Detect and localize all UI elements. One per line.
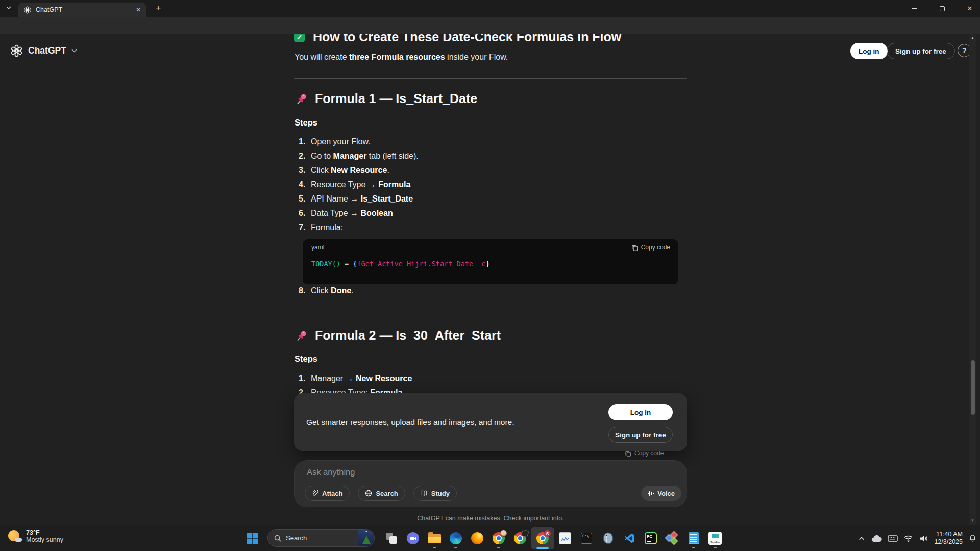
login-overlay: Get smarter responses, upload files and … xyxy=(294,393,687,451)
list-item: 5.API Name → Is_Start_Date xyxy=(299,192,419,206)
wifi-icon[interactable] xyxy=(903,534,913,542)
divider xyxy=(294,78,687,79)
task-manager-icon xyxy=(559,532,571,544)
onedrive-icon[interactable] xyxy=(871,535,882,542)
search-button[interactable]: Search xyxy=(358,486,405,501)
book-icon xyxy=(421,490,428,497)
copy-code-button[interactable]: Copy code xyxy=(631,244,670,251)
hidden-icons-chevron[interactable] xyxy=(858,535,865,541)
vscode-icon xyxy=(623,532,635,544)
scrollbar-thumb[interactable] xyxy=(971,360,975,415)
start-button[interactable] xyxy=(247,532,259,544)
taskpro-icon: TaskPro xyxy=(708,532,722,545)
notification-bell-icon[interactable] xyxy=(968,534,977,543)
code-language-label: yaml xyxy=(311,244,324,251)
paperclip-icon xyxy=(312,490,318,497)
composer-input[interactable]: Ask anything xyxy=(307,467,355,477)
tray-date: 12/3/2025 xyxy=(934,538,963,546)
taskbar-clock[interactable]: 11:40 AM 12/3/2025 xyxy=(934,531,963,546)
message-composer[interactable]: Ask anything Attach Search Study Voice xyxy=(294,460,687,507)
taskbar-item-navicat[interactable] xyxy=(662,527,683,549)
scrollbar-down-arrow[interactable]: ▼ xyxy=(969,518,976,523)
taskbar-item-postgresql[interactable] xyxy=(597,527,619,549)
list-item: 3.Click New Resource. xyxy=(299,163,419,178)
taskbar-item-task-view[interactable] xyxy=(381,527,402,549)
file-explorer-icon xyxy=(428,534,441,543)
formula2-heading: Formula 2 — Is_30_After_Start xyxy=(295,328,501,343)
search-label: Search xyxy=(286,534,358,542)
globe-icon xyxy=(365,490,372,497)
signup-button[interactable]: Sign up for free xyxy=(887,43,955,59)
task-view-icon xyxy=(386,533,397,544)
tab-close-icon[interactable]: ✕ xyxy=(136,6,141,13)
window-maximize-button[interactable] xyxy=(932,0,952,17)
taskbar-item-chrome-profile-2[interactable] xyxy=(509,527,531,549)
brand-name: ChatGPT xyxy=(28,45,66,56)
formula1-steps-list: 1.Open your Flow.2.Go to Manager tab (le… xyxy=(299,135,419,235)
running-indicator xyxy=(714,547,717,548)
chatgpt-favicon-icon xyxy=(23,6,31,14)
attach-button[interactable]: Attach xyxy=(305,486,350,501)
running-indicator xyxy=(692,547,695,548)
chrome-icon xyxy=(514,532,526,544)
list-item: 1.Open your Flow. xyxy=(299,135,419,149)
overlay-login-button[interactable]: Log in xyxy=(608,404,673,420)
overlay-message: Get smarter responses, upload files and … xyxy=(306,418,514,427)
windows-logo-icon xyxy=(247,532,259,544)
taskbar-item-terminal[interactable]: C:\_ xyxy=(576,527,597,549)
taskbar-item-chrome-active[interactable]: S xyxy=(531,527,554,549)
article-intro: You will create three Formula resources … xyxy=(295,53,508,62)
taskbar-item-notepad-plus-plus[interactable] xyxy=(683,527,704,549)
chatgpt-brand[interactable]: ChatGPT xyxy=(10,44,77,57)
voice-button[interactable]: Voice xyxy=(641,486,681,501)
list-item: 4.Resource Type → Formula xyxy=(299,178,419,192)
list-item: 6.Data Type → Boolean xyxy=(299,206,419,220)
tray-time: 11:40 AM xyxy=(934,531,963,538)
taskbar-search-box[interactable]: Search xyxy=(267,529,375,547)
formula1-heading: Formula 1 — Is_Start_Date xyxy=(295,91,477,106)
taskbar-item-taskpro[interactable]: TaskPro xyxy=(704,527,726,549)
taskbar-item-chrome-profile-1[interactable] xyxy=(488,527,509,549)
terminal-icon: C:\_ xyxy=(581,533,592,544)
search-highlight-image xyxy=(358,529,374,547)
page-scrollbar[interactable]: ▲ ▼ xyxy=(969,34,976,525)
new-tab-button[interactable]: + xyxy=(152,2,164,14)
search-icon xyxy=(274,535,281,542)
volume-icon[interactable] xyxy=(919,534,928,543)
window-close-button[interactable]: ✕ xyxy=(960,0,980,17)
taskbar-item-file-explorer[interactable] xyxy=(424,527,445,549)
chatgpt-page: ChatGPT Log in Sign up for free ? ✓ How … xyxy=(0,34,980,525)
taskbar-weather-widget[interactable]: 73°FMostly sunny xyxy=(8,529,63,543)
touch-keyboard-icon[interactable] xyxy=(888,535,898,542)
navicat-icon xyxy=(666,532,679,545)
chatgpt-logo-icon xyxy=(10,44,23,57)
browser-toolbar: ← https://chatgpt.com Try Copilot A)) ★ … xyxy=(0,17,980,34)
formula2-steps-label: Steps xyxy=(295,354,317,364)
browser-tab[interactable]: ChatGPT ✕ xyxy=(18,3,146,17)
teams-chat-icon xyxy=(407,532,419,544)
taskbar-item-edge[interactable] xyxy=(445,527,467,549)
window-minimize-button[interactable] xyxy=(904,0,925,17)
waveform-icon xyxy=(648,491,654,496)
pycharm-icon: PC xyxy=(645,532,657,544)
disclaimer-text: ChatGPT can make mistakes. Check importa… xyxy=(294,515,687,522)
chrome-icon xyxy=(493,532,505,544)
weather-temperature: 73°F xyxy=(26,529,63,536)
formula1-step8: 8.Click Done. xyxy=(299,284,354,298)
active-window-indicator xyxy=(536,547,549,549)
taskbar-item-vscode[interactable] xyxy=(619,527,640,549)
taskbar-item-firefox[interactable] xyxy=(467,527,488,549)
taskbar-item-teams-chat[interactable] xyxy=(402,527,424,549)
overlay-signup-button[interactable]: Sign up for free xyxy=(608,427,673,443)
pushpin-emoji xyxy=(295,92,308,106)
weather-condition: Mostly sunny xyxy=(26,536,63,543)
login-button[interactable]: Log in xyxy=(850,43,888,59)
running-indicator xyxy=(433,547,436,548)
taskbar-item-pycharm[interactable]: PC xyxy=(640,527,662,549)
tab-title: ChatGPT xyxy=(36,6,131,13)
scrollbar-up-arrow[interactable]: ▲ xyxy=(969,36,976,40)
tab-search-chevron-icon[interactable] xyxy=(5,4,12,11)
list-item: 8.Click Done. xyxy=(299,284,354,298)
study-button[interactable]: Study xyxy=(413,486,457,501)
taskbar-item-task-manager[interactable] xyxy=(554,527,576,549)
